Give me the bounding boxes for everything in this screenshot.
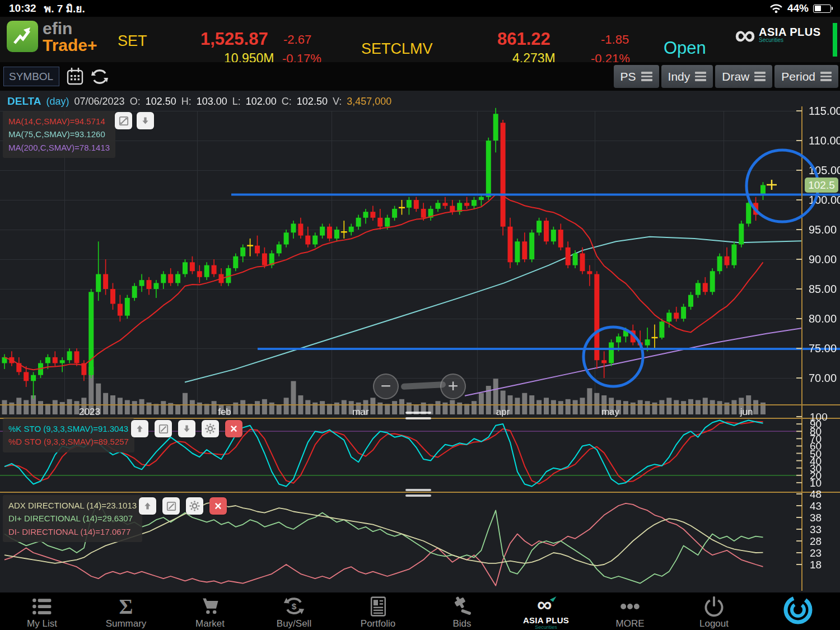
nav-item-buy-sell[interactable]: $ Buy/Sell bbox=[252, 592, 336, 630]
sto-expand-button[interactable] bbox=[155, 420, 172, 437]
refresh-button[interactable] bbox=[90, 66, 110, 87]
sto-move-up-button[interactable] bbox=[131, 420, 148, 437]
quote-symbol: DELTA bbox=[7, 95, 41, 108]
refresh-icon bbox=[90, 68, 109, 86]
arrow-up-icon bbox=[143, 501, 152, 511]
asia-plus-brand: ∞ ASIA PLUS Securities bbox=[735, 21, 821, 48]
expand-icon bbox=[119, 116, 129, 126]
gear-icon bbox=[189, 501, 200, 511]
symbol-input[interactable] bbox=[3, 67, 59, 86]
zoom-in-button[interactable]: + bbox=[440, 374, 466, 399]
adx-close-button[interactable]: × bbox=[209, 497, 227, 515]
sigma-icon: Σ bbox=[114, 595, 138, 618]
chart-area: DELTA (day) 07/06/2023 O:102.50 H:103.00… bbox=[0, 91, 840, 592]
stochastic-legend: %K STO (9,3,3,SMAV)=91.3043 %D STO (9,3,… bbox=[3, 418, 134, 452]
power-icon bbox=[702, 595, 726, 618]
nav-item-more[interactable]: MORE bbox=[588, 592, 672, 630]
market-status: Open bbox=[664, 38, 706, 58]
sto-d-label: %D STO (9,3,3,SMAV)=89.5257 bbox=[8, 435, 129, 448]
quote-date: 07/06/2023 bbox=[74, 96, 125, 108]
calendar-icon bbox=[66, 67, 84, 86]
set-label: SET bbox=[118, 32, 147, 50]
chart-toolbar: PS Indy Draw Period bbox=[0, 62, 840, 91]
nav-item-sync[interactable] bbox=[756, 592, 840, 630]
di-plus-label: DI+ DIRECTIONAL (14)=29.6307 bbox=[8, 512, 137, 525]
quote-close: 102.50 bbox=[297, 96, 328, 108]
bottom-nav: My List Σ Summary Market $ Buy/Sell Port… bbox=[0, 592, 840, 630]
close-icon: × bbox=[230, 423, 237, 435]
menu-icon bbox=[641, 72, 652, 81]
expand-chart-button[interactable] bbox=[115, 112, 132, 129]
quote-period: (day) bbox=[46, 96, 69, 108]
ps-button[interactable]: PS bbox=[614, 65, 659, 88]
nav-item-summary[interactable]: Σ Summary bbox=[84, 592, 168, 630]
set-value: 1,525.87 bbox=[200, 29, 268, 49]
draw-button[interactable]: Draw bbox=[715, 65, 772, 88]
indy-button[interactable]: Indy bbox=[661, 65, 713, 88]
efin-logo-text: efin Trade+ bbox=[43, 20, 97, 54]
ma200-label: MA(200,C,SMAV)=78.1413 bbox=[8, 141, 110, 154]
gavel-icon bbox=[450, 595, 474, 618]
nav-item-my-list[interactable]: My List bbox=[0, 592, 84, 630]
dollar-cycle-icon: $ bbox=[282, 595, 306, 618]
status-bar: 10:32 พ. 7 มิ.ย. 44% bbox=[0, 0, 840, 17]
nav-item-asia-plus[interactable]: ∞ ASIA PLUS Securities bbox=[504, 592, 588, 630]
zoom-out-button[interactable]: − bbox=[373, 374, 399, 399]
infinity-logo-icon: ∞ bbox=[735, 21, 755, 48]
close-icon: × bbox=[214, 500, 222, 512]
di-minus-label: DI- DIRECTIONAL (14)=17.0677 bbox=[8, 525, 137, 538]
adx-move-up-button[interactable] bbox=[139, 497, 156, 515]
adx-expand-button[interactable] bbox=[162, 497, 180, 515]
setclmv-change: -1.85 bbox=[601, 32, 629, 47]
adx-label: ADX DIRECTIONAL (14)=23.1013 bbox=[8, 499, 137, 512]
asia-plus-logo-icon: ∞ bbox=[533, 595, 559, 615]
adx-legend: ADX DIRECTIONAL (14)=23.1013 DI+ DIRECTI… bbox=[3, 495, 142, 542]
plus-icon: + bbox=[448, 376, 459, 396]
svg-text:Σ: Σ bbox=[119, 595, 133, 618]
portfolio-icon bbox=[366, 595, 390, 618]
sto-k-label: %K STO (9,3,3,SMAV)=91.3043 bbox=[8, 422, 129, 435]
nav-item-market[interactable]: Market bbox=[168, 592, 252, 630]
quote-bar: DELTA (day) 07/06/2023 O:102.50 H:103.00… bbox=[7, 95, 391, 108]
sto-close-button[interactable]: × bbox=[225, 420, 242, 437]
quote-high: 103.00 bbox=[197, 96, 227, 108]
quote-open: 102.50 bbox=[146, 96, 176, 108]
sto-move-down-button[interactable] bbox=[178, 420, 195, 437]
battery-percent: 44% bbox=[787, 2, 809, 15]
nav-item-logout[interactable]: Logout bbox=[672, 592, 756, 630]
calendar-button[interactable] bbox=[65, 66, 85, 87]
minus-icon: − bbox=[381, 376, 391, 396]
pane-resize-handle[interactable] bbox=[405, 489, 431, 497]
ma14-label: MA(14,C,SMAV)=94.5714 bbox=[8, 115, 110, 128]
menu-icon bbox=[754, 72, 766, 81]
quote-volume: 3,457,000 bbox=[347, 96, 391, 108]
set-change: -2.67 bbox=[283, 32, 311, 47]
period-button[interactable]: Period bbox=[774, 65, 838, 88]
menu-icon bbox=[695, 72, 706, 81]
sto-settings-button[interactable] bbox=[202, 420, 219, 437]
list-icon bbox=[30, 595, 54, 618]
expand-icon bbox=[158, 424, 169, 434]
arrow-down-icon bbox=[182, 424, 192, 433]
nav-item-portfolio[interactable]: Portfolio bbox=[336, 592, 420, 630]
refresh-circle-icon bbox=[783, 595, 813, 624]
quote-low: 102.00 bbox=[246, 96, 277, 108]
svg-text:∞: ∞ bbox=[537, 595, 552, 615]
battery-icon bbox=[813, 4, 831, 13]
adx-settings-button[interactable] bbox=[186, 497, 203, 515]
pane-resize-handle[interactable] bbox=[405, 412, 431, 419]
cart-icon bbox=[198, 595, 222, 618]
expand-icon bbox=[166, 501, 176, 511]
nav-item-bids[interactable]: Bids bbox=[420, 592, 504, 630]
move-pane-down-button[interactable] bbox=[137, 112, 154, 129]
gear-icon bbox=[205, 423, 216, 434]
efin-logo bbox=[7, 21, 38, 52]
menu-icon bbox=[820, 72, 832, 81]
ma-legend: MA(14,C,SMAV)=94.5714 MA(75,C,SMAV)=93.1… bbox=[3, 111, 115, 158]
arrow-down-icon bbox=[141, 116, 150, 125]
setclmv-label: SETCLMV bbox=[361, 40, 433, 58]
ma75-label: MA(75,C,SMAV)=93.1260 bbox=[8, 128, 110, 141]
last-price-badge: 102.5 bbox=[805, 178, 838, 193]
wifi-icon bbox=[769, 3, 783, 13]
ellipsis-icon bbox=[618, 595, 642, 618]
